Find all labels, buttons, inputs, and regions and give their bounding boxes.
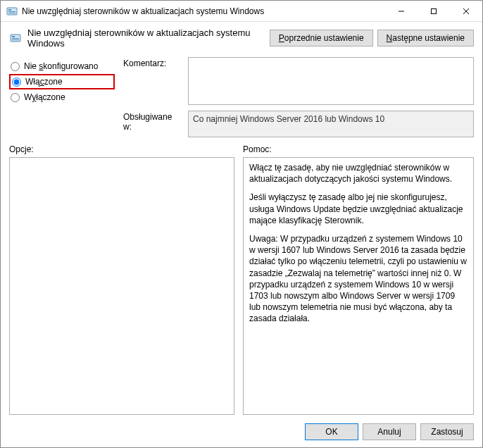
titlebar: Nie uwzględniaj sterowników w aktualizac… (1, 1, 482, 22)
svg-rect-2 (8, 11, 15, 12)
comment-input[interactable] (188, 57, 474, 105)
radio-not-configured-label: Nie skonfigurowano (24, 61, 98, 71)
window-controls (385, 1, 482, 22)
help-panel: Włącz tę zasadę, aby nie uwzględniać ste… (243, 157, 474, 415)
comment-label: Komentarz: (123, 57, 181, 68)
radio-disabled-input[interactable] (11, 93, 20, 102)
window-title: Nie uwzględniaj sterowników w aktualizac… (22, 6, 385, 16)
svg-rect-1 (8, 9, 11, 11)
radio-not-configured[interactable]: Nie skonfigurowano (9, 58, 115, 74)
maximize-button[interactable] (418, 1, 450, 22)
policy-icon (9, 32, 22, 44)
next-setting-button[interactable]: Następne ustawienie (377, 30, 474, 46)
help-paragraph: Jeśli wyłączysz tę zasadę albo jej nie s… (249, 192, 468, 226)
policy-header: Nie uwzględniaj sterowników w aktualizac… (1, 22, 482, 57)
svg-rect-11 (12, 39, 19, 40)
apply-button[interactable]: Zastosuj (420, 423, 474, 440)
help-paragraph: Uwaga: W przypadku urządzeń z systemem W… (249, 233, 468, 325)
close-button[interactable] (450, 1, 482, 22)
svg-rect-10 (12, 38, 19, 39)
prev-rest: oprzednie ustawienie (284, 33, 364, 43)
radio-not-configured-input[interactable] (11, 62, 20, 71)
minimize-button[interactable] (385, 1, 418, 22)
app-icon (6, 6, 18, 17)
radio-disabled[interactable]: Wyłączone (9, 89, 115, 105)
next-rest: astępne ustawienie (392, 33, 465, 43)
help-label: Pomoc: (243, 144, 474, 154)
dialog-footer: OK Anuluj Zastosuj (1, 418, 482, 447)
ok-button[interactable]: OK (305, 423, 358, 440)
help-paragraph: Włącz tę zasadę, aby nie uwzględniać ste… (249, 162, 468, 185)
state-radio-group: Nie skonfigurowano Włączone Wyłączone (9, 57, 115, 137)
previous-setting-button[interactable]: Poprzednie ustawienie (270, 30, 373, 46)
policy-title: Nie uwzględniaj sterowników w aktualizac… (27, 27, 264, 49)
svg-rect-3 (8, 13, 15, 13)
supported-value: Co najmniej Windows Server 2016 lub Wind… (188, 111, 474, 137)
supported-label: Obsługiwane w: (123, 111, 181, 132)
radio-disabled-label: Wyłączone (24, 92, 65, 102)
radio-enabled[interactable]: Włączone (9, 74, 115, 89)
options-panel (9, 157, 234, 415)
radio-enabled-input[interactable] (12, 77, 21, 87)
svg-rect-9 (12, 36, 15, 37)
options-label: Opcje: (9, 144, 234, 154)
svg-rect-5 (432, 8, 437, 13)
cancel-button[interactable]: Anuluj (363, 423, 416, 440)
radio-enabled-label: Włączone (25, 77, 63, 87)
